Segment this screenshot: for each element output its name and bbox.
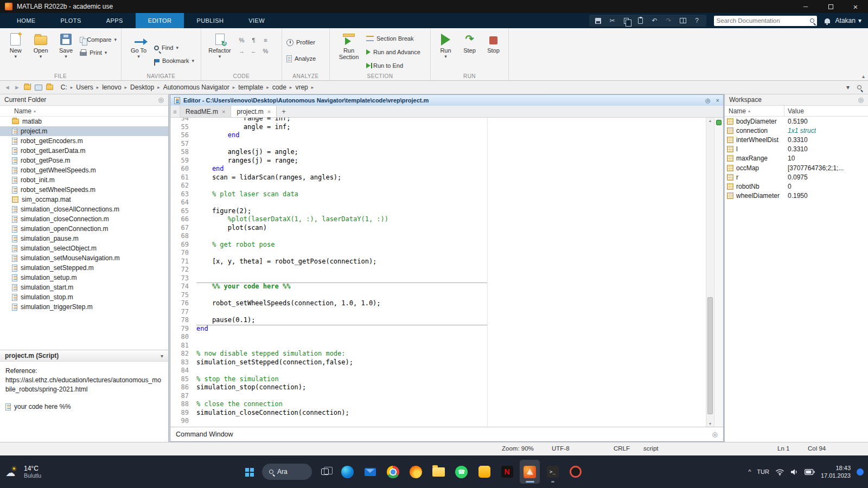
maximize-button[interactable] (818, 0, 843, 13)
indent-left-button[interactable]: ← (248, 46, 259, 55)
section-break-button[interactable]: Section Break (366, 34, 420, 43)
code-line[interactable]: 72 (170, 266, 706, 274)
code-area[interactable]: 54 range = inf; 55 angle = inf; (170, 118, 706, 427)
find-button[interactable]: Find ▾ (154, 43, 194, 53)
code-line[interactable]: 80 (170, 333, 706, 342)
menu-tab[interactable]: HOME (4, 13, 48, 28)
menu-tab[interactable]: APPS (94, 13, 136, 28)
run-section-button[interactable]: Run Section (334, 31, 363, 72)
task-view-button[interactable] (315, 460, 335, 484)
minimize-button[interactable]: ─ (793, 0, 818, 13)
code-line[interactable]: 87 (170, 392, 706, 401)
code-line[interactable]: 56 end (170, 131, 706, 140)
edge-button[interactable] (337, 460, 358, 484)
collapse-toolstrip-icon[interactable]: ▴ (862, 73, 865, 79)
recent-folders-dropdown-icon[interactable]: ▾ (846, 84, 850, 91)
breadcrumb-separator-icon[interactable]: ▸ (311, 85, 315, 90)
start-button[interactable] (239, 460, 259, 484)
breadcrumb-item[interactable]: Autonomous Navigator (162, 83, 231, 92)
code-line[interactable]: 89 simulation_closeConnection(connection… (170, 409, 706, 418)
code-line[interactable]: 61 scan = lidarScan(ranges, angles); (170, 174, 706, 182)
workspace-variable-row[interactable]: interWheelDist 0.3310 (725, 135, 868, 144)
cut-icon[interactable]: ✂ (609, 17, 616, 24)
line-ending-indicator[interactable]: CRLF (614, 445, 630, 452)
code-line[interactable]: 88 % close the connection (170, 400, 706, 409)
reference-url[interactable]: https://asl.ethz.ch/education/lectures/a… (5, 376, 164, 394)
breadcrumb-item[interactable]: code (271, 83, 288, 92)
menu-tab[interactable]: PUBLISH (184, 13, 236, 28)
help-icon[interactable]: ? (693, 17, 701, 24)
breadcrumb-item[interactable]: vrep (293, 83, 309, 92)
code-line[interactable]: 60 end (170, 165, 706, 174)
breadcrumb-item[interactable]: Users (74, 83, 94, 92)
run-button[interactable]: Run ▾ (435, 31, 456, 72)
breadcrumb-item[interactable]: Desktop (129, 83, 156, 92)
volume-icon[interactable] (790, 468, 799, 476)
battery-icon[interactable] (805, 469, 815, 475)
netflix-button[interactable]: N (497, 460, 517, 484)
chrome-button[interactable] (383, 460, 403, 484)
run-to-end-button[interactable]: Run to End (366, 61, 420, 70)
file-item[interactable]: simulation_openConnection.m (0, 224, 168, 234)
workspace-value-column[interactable]: Value (784, 107, 804, 115)
scrollbar-thumb[interactable] (707, 297, 713, 415)
close-button[interactable]: × (843, 0, 868, 13)
outlook-button[interactable] (360, 460, 380, 484)
red-ring-app-button[interactable] (565, 460, 585, 484)
bookmark-button[interactable]: Bookmark ▾ (154, 56, 194, 66)
code-line[interactable]: 78 pause(0.1); (170, 316, 706, 325)
breadcrumb-separator-icon[interactable]: ▸ (157, 85, 161, 90)
code-line[interactable]: 84 (170, 367, 706, 375)
save-icon[interactable] (595, 17, 602, 24)
paste-icon[interactable] (637, 17, 644, 24)
code-line[interactable]: 75 (170, 291, 706, 300)
code-line[interactable]: 59 ranges(j) = range; (170, 157, 706, 165)
refactor-button[interactable]: Refactor ▾ (206, 31, 234, 72)
editor-scrollbar[interactable]: ▴ ▾ (706, 118, 714, 427)
indent-right-button[interactable]: → (237, 46, 247, 55)
close-tab-icon[interactable]: × (267, 108, 271, 115)
breadcrumb-separator-icon[interactable]: ▸ (266, 85, 270, 90)
breadcrumb-separator-icon[interactable]: ▸ (70, 85, 74, 90)
code-line[interactable]: 67 plot(scan) (170, 224, 706, 233)
notification-badge[interactable] (857, 468, 864, 476)
wrap-comments-button[interactable]: ¶ (248, 35, 259, 44)
file-item[interactable]: project.m (0, 126, 168, 136)
file-item[interactable]: robot_getPose.m (0, 156, 168, 165)
code-line[interactable]: 62 (170, 182, 706, 190)
panel-actions-icon[interactable]: ◎ (158, 96, 164, 104)
goto-button[interactable]: Go To ▾ (126, 31, 151, 72)
yellow-app-button[interactable] (474, 460, 494, 484)
folder-search-icon[interactable] (857, 85, 861, 89)
file-item[interactable]: simulation_setup.m (0, 273, 168, 282)
firefox-button[interactable] (406, 460, 426, 484)
matlab-taskbar-button[interactable] (520, 460, 540, 484)
workspace-name-column[interactable]: Name ▴ (725, 106, 784, 116)
zoom-level[interactable]: Zoom: 90% (502, 445, 534, 452)
search-icon[interactable] (810, 18, 814, 23)
panel-actions-icon[interactable]: ◎ (705, 97, 711, 104)
new-script-button[interactable]: New ▾ (4, 31, 27, 72)
menu-tab[interactable]: VIEW (236, 13, 277, 28)
breadcrumb-item[interactable]: lenovo (100, 83, 123, 92)
terminal-button[interactable]: >_ (542, 460, 563, 484)
code-line[interactable]: 66 %plot(laserDataX(1, :), laserDataY(1,… (170, 215, 706, 224)
file-item[interactable]: robot_getWheelSpeeds.m (0, 165, 168, 175)
breadcrumb-item[interactable]: template (237, 83, 265, 92)
menu-tab[interactable]: PLOTS (48, 13, 94, 28)
code-line[interactable]: 54 range = inf; (170, 118, 706, 123)
file-details-header[interactable]: project.m (Script) ▾ (0, 350, 168, 362)
workspace-variable-row[interactable]: occMap [3707764736;2;1;... (725, 163, 868, 172)
file-item[interactable]: simulation_closeAllConnections.m (0, 204, 168, 214)
analyze-button[interactable]: Analyze (286, 54, 316, 63)
workspace-variable-row[interactable]: connection 1x1 struct (725, 126, 868, 135)
panel-actions-icon[interactable]: ◎ (712, 431, 718, 438)
file-item[interactable]: matlab (0, 117, 168, 126)
code-line[interactable]: 55 angle = inf; (170, 123, 706, 132)
taskbar-search[interactable]: Ara (262, 464, 312, 480)
widgets-weather-button[interactable]: ☀ ☁ 14°C Bulutlu (5, 455, 41, 488)
notifications-bell-icon[interactable] (825, 18, 830, 23)
code-line[interactable]: 82 % now disable stepped simulation mode… (170, 350, 706, 358)
stop-button[interactable]: Stop (483, 31, 504, 72)
section-list-item[interactable]: your code here %% (5, 403, 163, 410)
